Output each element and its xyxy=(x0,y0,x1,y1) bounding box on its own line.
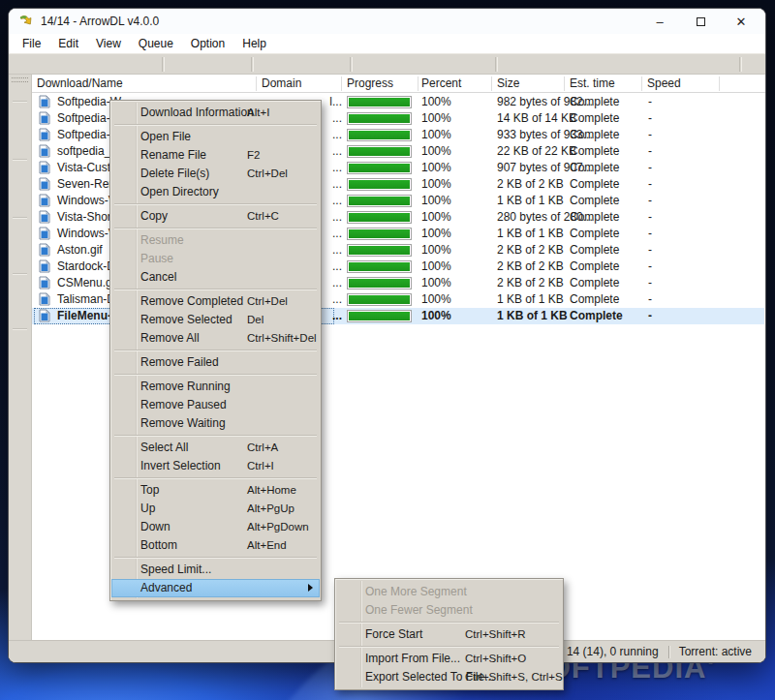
menu-item-top[interactable]: TopAlt+Home xyxy=(111,481,320,500)
menu-item-open-file[interactable]: Open File xyxy=(111,128,320,146)
menu-item-speed-limit[interactable]: Speed Limit... xyxy=(111,561,320,579)
menu-item-resume: Resume xyxy=(111,231,320,250)
left-toolbar xyxy=(9,75,32,640)
column-header-speed[interactable]: Speed xyxy=(647,76,681,90)
progress-bar xyxy=(347,260,412,273)
download-percent: 100% xyxy=(421,176,451,193)
title-bar[interactable]: 14/14 - ArrowDL v4.0.0 – ✕ xyxy=(9,9,765,34)
column-separator xyxy=(641,76,642,91)
menu-item-shortcut: F2 xyxy=(247,146,260,165)
menu-item-remove-running[interactable]: Remove Running xyxy=(111,378,320,396)
menubar-item-view[interactable]: View xyxy=(87,35,130,52)
column-header-progress[interactable]: Progress xyxy=(347,76,393,90)
column-header-domain[interactable]: Domain xyxy=(262,76,301,90)
menu-item-label: Remove Completed xyxy=(140,294,243,308)
menu-item-open-directory[interactable]: Open Directory xyxy=(111,183,320,201)
toolbar-separator xyxy=(13,217,27,219)
download-percent: 100% xyxy=(421,308,451,324)
menu-item-remove-waiting[interactable]: Remove Waiting xyxy=(111,414,320,433)
maximize-icon xyxy=(697,17,705,26)
menu-item-label: Invert Selection xyxy=(140,459,221,472)
menu-item-remove-failed[interactable]: Remove Failed xyxy=(111,353,320,372)
menu-item-label: Advanced xyxy=(140,581,192,594)
menu-item-bottom[interactable]: BottomAlt+End xyxy=(111,536,320,555)
menu-item-cancel[interactable]: Cancel xyxy=(111,268,320,287)
download-percent: 100% xyxy=(421,226,451,242)
menu-item-one-fewer-segment: One Fewer Segment xyxy=(336,601,562,620)
download-name: Aston.gif xyxy=(57,242,103,259)
column-header-est-time[interactable]: Est. time xyxy=(570,76,615,90)
column-separator xyxy=(564,76,565,91)
download-speed: - xyxy=(648,291,652,308)
menu-item-label: Up xyxy=(140,502,155,515)
menu-item-advanced[interactable]: Advanced xyxy=(111,579,320,597)
toolbar-separator xyxy=(13,159,27,161)
menu-item-label: Remove Running xyxy=(140,380,231,393)
download-percent: 100% xyxy=(421,143,451,160)
column-header-download-name[interactable]: Download/Name xyxy=(37,76,123,90)
menu-item-invert-selection[interactable]: Invert SelectionCtrl+I xyxy=(111,457,320,475)
menubar-item-help[interactable]: Help xyxy=(233,35,275,52)
download-percent: 100% xyxy=(421,127,451,143)
menu-item-one-more-segment: One More Segment xyxy=(336,583,562,601)
column-header-percent[interactable]: Percent xyxy=(421,76,461,90)
download-esttime: Complete xyxy=(570,127,619,143)
menu-item-shortcut: Alt+I xyxy=(247,104,269,122)
menu-item-rename-file[interactable]: Rename FileF2 xyxy=(111,146,320,165)
menubar-item-queue[interactable]: Queue xyxy=(130,35,182,52)
menu-item-copy[interactable]: CopyCtrl+C xyxy=(111,207,320,226)
download-esttime: Complete xyxy=(570,259,619,275)
toolbar-grip xyxy=(739,57,742,72)
download-esttime: Complete xyxy=(570,242,619,259)
menu-item-label: Bottom xyxy=(140,538,177,552)
progress-bar xyxy=(347,277,412,289)
download-esttime: Complete xyxy=(570,291,619,308)
download-speed: - xyxy=(648,176,652,193)
menu-item-remove-all[interactable]: Remove AllCtrl+Shift+Del xyxy=(111,329,320,348)
menu-item-force-start[interactable]: Force StartCtrl+Shift+R xyxy=(336,625,562,644)
download-percent: 100% xyxy=(421,291,451,308)
menu-item-label: Open Directory xyxy=(140,185,219,198)
menu-item-delete-file-s[interactable]: Delete File(s)Ctrl+Del xyxy=(111,165,320,183)
menu-item-export-selected-to-file[interactable]: Export Selected To File...Ctrl+Shift+S, … xyxy=(336,668,562,686)
column-separator xyxy=(256,76,257,91)
column-header-size[interactable]: Size xyxy=(497,76,519,90)
progress-bar xyxy=(347,310,412,322)
menu-item-remove-paused[interactable]: Remove Paused xyxy=(111,396,320,414)
download-speed: - xyxy=(648,160,652,176)
maximize-button[interactable] xyxy=(680,9,721,34)
download-percent: 100% xyxy=(421,242,451,259)
status-divider xyxy=(668,646,669,658)
menu-item-shortcut: Ctrl+Shift+R xyxy=(465,625,526,644)
menu-item-shortcut: Ctrl+Del xyxy=(247,165,288,183)
menu-item-down[interactable]: DownAlt+PgDown xyxy=(111,518,320,536)
progress-bar xyxy=(347,195,412,207)
menu-item-remove-completed[interactable]: Remove CompletedCtrl+Del xyxy=(111,292,320,311)
menubar-item-file[interactable]: File xyxy=(14,35,49,52)
menu-item-up[interactable]: UpAlt+PgUp xyxy=(111,500,320,518)
download-esttime: Complete xyxy=(570,110,619,127)
download-speed: - xyxy=(648,242,652,259)
column-separator xyxy=(719,76,720,91)
menu-item-import-from-file[interactable]: Import From File...Ctrl+Shift+O xyxy=(336,650,562,668)
progress-bar xyxy=(347,129,412,141)
toolbar-grip xyxy=(162,57,165,72)
download-speed: - xyxy=(648,94,652,110)
menu-item-download-information[interactable]: Download InformationAlt+I xyxy=(111,104,320,122)
menu-item-shortcut: Ctrl+I xyxy=(247,457,274,475)
menu-item-label: Pause xyxy=(140,252,173,265)
menu-item-shortcut: Alt+PgDown xyxy=(247,518,309,536)
minimize-button[interactable]: – xyxy=(639,9,680,34)
menu-item-label: Rename File xyxy=(140,148,206,162)
menu-item-select-all[interactable]: Select AllCtrl+A xyxy=(111,439,320,457)
file-icon xyxy=(39,243,50,259)
progress-bar xyxy=(347,178,412,191)
menu-item-shortcut: Alt+End xyxy=(247,536,287,555)
download-esttime: Complete xyxy=(570,209,619,226)
close-button[interactable]: ✕ xyxy=(721,9,761,34)
menu-item-remove-selected[interactable]: Remove SelectedDel xyxy=(111,311,320,329)
progress-bar xyxy=(347,112,412,125)
menubar-item-edit[interactable]: Edit xyxy=(49,35,87,52)
file-icon xyxy=(39,128,50,143)
menubar-item-option[interactable]: Option xyxy=(182,35,233,52)
